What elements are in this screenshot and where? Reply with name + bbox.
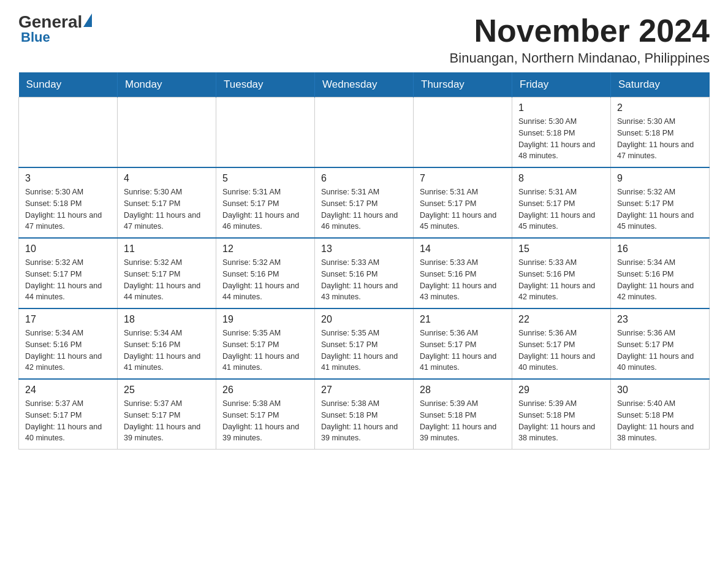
day-info: Sunrise: 5:30 AMSunset: 5:17 PMDaylight:… [124,186,210,232]
day-info: Sunrise: 5:35 AMSunset: 5:17 PMDaylight:… [222,327,308,373]
day-number: 6 [321,173,407,184]
day-info: Sunrise: 5:31 AMSunset: 5:17 PMDaylight:… [518,186,604,232]
calendar-cell: 23Sunrise: 5:36 AMSunset: 5:17 PMDayligh… [611,308,710,379]
day-info: Sunrise: 5:32 AMSunset: 5:17 PMDaylight:… [617,186,703,232]
day-info: Sunrise: 5:33 AMSunset: 5:16 PMDaylight:… [321,257,407,303]
day-number: 23 [617,314,703,325]
day-number: 15 [518,243,604,255]
day-number: 4 [124,173,210,184]
day-info: Sunrise: 5:40 AMSunset: 5:18 PMDaylight:… [617,398,703,444]
header-saturday: Saturday [611,72,710,98]
day-number: 10 [25,243,111,255]
title-area: November 2024 Binuangan, Northern Mindan… [450,12,710,66]
calendar-cell: 16Sunrise: 5:34 AMSunset: 5:16 PMDayligh… [611,238,710,308]
calendar-cell: 4Sunrise: 5:30 AMSunset: 5:17 PMDaylight… [118,167,216,238]
logo-blue-text: Blue [21,29,50,45]
logo-area: General Blue [18,12,93,45]
calendar-cell: 9Sunrise: 5:32 AMSunset: 5:17 PMDaylight… [611,167,710,238]
calendar-cell: 6Sunrise: 5:31 AMSunset: 5:17 PMDaylight… [315,167,414,238]
day-number: 18 [124,314,210,325]
day-info: Sunrise: 5:34 AMSunset: 5:16 PMDaylight:… [124,327,210,373]
header-monday: Monday [118,72,216,98]
day-number: 17 [25,314,111,325]
day-info: Sunrise: 5:33 AMSunset: 5:16 PMDaylight:… [420,257,506,303]
day-info: Sunrise: 5:38 AMSunset: 5:18 PMDaylight:… [321,398,407,444]
calendar-cell: 22Sunrise: 5:36 AMSunset: 5:17 PMDayligh… [512,308,611,379]
day-info: Sunrise: 5:36 AMSunset: 5:17 PMDaylight:… [617,327,703,373]
day-number: 19 [222,314,308,325]
day-number: 1 [518,102,604,113]
calendar-cell: 8Sunrise: 5:31 AMSunset: 5:17 PMDaylight… [512,167,611,238]
day-info: Sunrise: 5:30 AMSunset: 5:18 PMDaylight:… [518,116,604,162]
day-number: 26 [222,385,308,396]
calendar-cell: 17Sunrise: 5:34 AMSunset: 5:16 PMDayligh… [19,308,118,379]
calendar-cell: 28Sunrise: 5:39 AMSunset: 5:18 PMDayligh… [414,379,512,450]
day-number: 12 [222,243,308,255]
calendar-cell: 5Sunrise: 5:31 AMSunset: 5:17 PMDaylight… [216,167,315,238]
calendar-cell: 10Sunrise: 5:32 AMSunset: 5:17 PMDayligh… [19,238,118,308]
day-info: Sunrise: 5:34 AMSunset: 5:16 PMDaylight:… [617,257,703,303]
day-info: Sunrise: 5:30 AMSunset: 5:18 PMDaylight:… [617,116,703,162]
day-number: 16 [617,243,703,255]
calendar-cell [118,98,216,168]
day-number: 27 [321,385,407,396]
calendar-cell: 29Sunrise: 5:39 AMSunset: 5:18 PMDayligh… [512,379,611,450]
calendar-cell: 20Sunrise: 5:35 AMSunset: 5:17 PMDayligh… [315,308,414,379]
day-info: Sunrise: 5:36 AMSunset: 5:17 PMDaylight:… [518,327,604,373]
calendar-cell: 27Sunrise: 5:38 AMSunset: 5:18 PMDayligh… [315,379,414,450]
calendar-week-row: 17Sunrise: 5:34 AMSunset: 5:16 PMDayligh… [19,308,710,379]
calendar-cell: 3Sunrise: 5:30 AMSunset: 5:18 PMDaylight… [19,167,118,238]
day-info: Sunrise: 5:35 AMSunset: 5:17 PMDaylight:… [321,327,407,373]
day-info: Sunrise: 5:37 AMSunset: 5:17 PMDaylight:… [124,398,210,444]
calendar-cell [216,98,315,168]
day-info: Sunrise: 5:33 AMSunset: 5:16 PMDaylight:… [518,257,604,303]
calendar-title: November 2024 [450,12,710,49]
day-info: Sunrise: 5:37 AMSunset: 5:17 PMDaylight:… [25,398,111,444]
calendar-week-row: 1Sunrise: 5:30 AMSunset: 5:18 PMDaylight… [19,98,710,168]
day-number: 5 [222,173,308,184]
day-info: Sunrise: 5:31 AMSunset: 5:17 PMDaylight:… [222,186,308,232]
calendar-cell: 15Sunrise: 5:33 AMSunset: 5:16 PMDayligh… [512,238,611,308]
calendar-cell: 25Sunrise: 5:37 AMSunset: 5:17 PMDayligh… [118,379,216,450]
day-number: 24 [25,385,111,396]
day-number: 30 [617,385,703,396]
calendar-cell: 24Sunrise: 5:37 AMSunset: 5:17 PMDayligh… [19,379,118,450]
calendar-subtitle: Binuangan, Northern Mindanao, Philippine… [450,50,710,66]
calendar-cell: 30Sunrise: 5:40 AMSunset: 5:18 PMDayligh… [611,379,710,450]
calendar-cell: 14Sunrise: 5:33 AMSunset: 5:16 PMDayligh… [414,238,512,308]
calendar-header-row: SundayMondayTuesdayWednesdayThursdayFrid… [19,72,710,98]
day-number: 13 [321,243,407,255]
day-number: 14 [420,243,506,255]
page-header: General Blue November 2024 Binuangan, No… [18,12,710,66]
day-number: 20 [321,314,407,325]
day-info: Sunrise: 5:32 AMSunset: 5:16 PMDaylight:… [222,257,308,303]
day-info: Sunrise: 5:32 AMSunset: 5:17 PMDaylight:… [25,257,111,303]
day-info: Sunrise: 5:30 AMSunset: 5:18 PMDaylight:… [25,186,111,232]
calendar-week-row: 10Sunrise: 5:32 AMSunset: 5:17 PMDayligh… [19,238,710,308]
day-info: Sunrise: 5:34 AMSunset: 5:16 PMDaylight:… [25,327,111,373]
day-number: 28 [420,385,506,396]
day-info: Sunrise: 5:36 AMSunset: 5:17 PMDaylight:… [420,327,506,373]
calendar-table: SundayMondayTuesdayWednesdayThursdayFrid… [18,72,710,450]
calendar-cell [19,98,118,168]
calendar-cell: 18Sunrise: 5:34 AMSunset: 5:16 PMDayligh… [118,308,216,379]
calendar-cell: 19Sunrise: 5:35 AMSunset: 5:17 PMDayligh… [216,308,315,379]
calendar-cell [315,98,414,168]
header-wednesday: Wednesday [315,72,414,98]
header-friday: Friday [512,72,611,98]
day-number: 21 [420,314,506,325]
logo-triangle-icon [83,13,92,27]
calendar-cell: 11Sunrise: 5:32 AMSunset: 5:17 PMDayligh… [118,238,216,308]
header-sunday: Sunday [19,72,118,98]
day-info: Sunrise: 5:39 AMSunset: 5:18 PMDaylight:… [518,398,604,444]
calendar-cell [414,98,512,168]
day-number: 11 [124,243,210,255]
calendar-cell: 26Sunrise: 5:38 AMSunset: 5:17 PMDayligh… [216,379,315,450]
calendar-cell: 2Sunrise: 5:30 AMSunset: 5:18 PMDaylight… [611,98,710,168]
calendar-week-row: 3Sunrise: 5:30 AMSunset: 5:18 PMDaylight… [19,167,710,238]
day-number: 8 [518,173,604,184]
calendar-week-row: 24Sunrise: 5:37 AMSunset: 5:17 PMDayligh… [19,379,710,450]
day-number: 25 [124,385,210,396]
header-thursday: Thursday [414,72,512,98]
day-number: 22 [518,314,604,325]
